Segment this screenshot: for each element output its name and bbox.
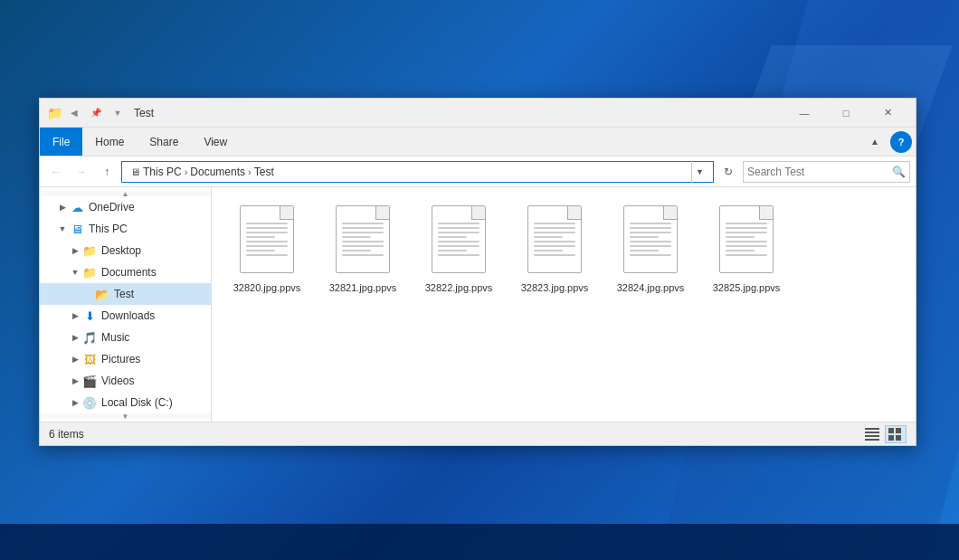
file-item[interactable]: 32822.jpg.ppvs — [418, 202, 499, 298]
address-path[interactable]: 🖥 This PC › Documents › Test ▼ — [121, 161, 714, 183]
downloads-icon: ⬇ — [81, 308, 98, 324]
doc-line — [246, 227, 288, 229]
doc-line — [534, 245, 575, 247]
window-folder-icon: 📁 — [47, 106, 62, 120]
doc-line — [534, 227, 575, 229]
sidebar-item-music[interactable]: ▶ 🎵 Music — [40, 327, 211, 348]
help-button[interactable]: ? — [890, 131, 912, 153]
file-item[interactable]: 32825.jpg.ppvs — [706, 202, 787, 298]
expand-arrow-documents: ▼ — [69, 268, 81, 277]
doc-line — [246, 250, 275, 252]
desktop-icon: 📁 — [81, 242, 98, 259]
doc-line — [534, 232, 575, 233]
ribbon-tab-share[interactable]: Share — [137, 128, 191, 156]
disk-icon: 💿 — [81, 394, 98, 411]
details-view-button[interactable] — [861, 425, 883, 443]
file-item[interactable]: 32824.jpg.ppvs — [610, 202, 691, 298]
doc-line — [438, 227, 480, 229]
doc-lines — [534, 223, 575, 256]
svg-rect-6 — [888, 435, 894, 441]
doc-line — [438, 223, 480, 224]
doc-lines — [246, 223, 288, 256]
sidebar-item-desktop[interactable]: ▶ 📁 Desktop — [40, 240, 211, 261]
file-item[interactable]: 32823.jpg.ppvs — [514, 202, 595, 298]
up-button[interactable]: ↑ — [96, 161, 118, 183]
ribbon-tab-view[interactable]: View — [191, 128, 240, 156]
main-area: ▲ ▶ ☁ OneDrive ▼ 🖥 This PC ▶ 📁 Desktop — [40, 187, 916, 422]
sidebar-label-videos: Videos — [101, 375, 134, 387]
sidebar-item-local-disk[interactable]: ▶ 💿 Local Disk (C:) — [40, 392, 211, 413]
sidebar-label-test: Test — [114, 288, 134, 300]
doc-line — [246, 232, 288, 233]
close-button[interactable]: ✕ — [867, 99, 908, 128]
path-pc-icon: 🖥 — [130, 166, 140, 177]
file-icon-container — [427, 205, 490, 278]
doc-line — [630, 227, 671, 229]
documents-icon: 📁 — [81, 264, 98, 280]
doc-lines — [438, 223, 480, 256]
path-test: Test — [254, 166, 274, 178]
file-area: 32820.jpg.ppvs 32821.jpg.ppvs 32822.jpg.… — [212, 187, 916, 422]
document-icon — [527, 205, 582, 273]
quick-access-down[interactable]: ▼ — [109, 104, 127, 122]
sidebar-item-pictures[interactable]: ▶ 🖼 Pictures — [40, 348, 211, 370]
file-item[interactable]: 32820.jpg.ppvs — [226, 202, 308, 298]
large-icons-view-button[interactable] — [885, 425, 907, 443]
search-icon[interactable]: 🔍 — [892, 166, 906, 178]
doc-line — [342, 223, 384, 224]
sidebar-label-music: Music — [101, 331, 129, 344]
sidebar-item-this-pc[interactable]: ▼ 🖥 This PC — [40, 218, 211, 240]
svg-rect-5 — [896, 428, 901, 433]
quick-access-back[interactable]: ◀ — [65, 104, 83, 122]
file-name: 32823.jpg.ppvs — [521, 281, 589, 294]
document-icon — [623, 205, 678, 273]
sidebar-label-thispc: This PC — [89, 223, 128, 235]
doc-line — [438, 250, 467, 252]
path-dropdown-icon[interactable]: ▼ — [691, 161, 707, 183]
svg-rect-4 — [888, 428, 894, 433]
search-box[interactable]: 🔍 — [743, 161, 910, 183]
sidebar-item-downloads[interactable]: ▶ ⬇ Downloads — [40, 305, 211, 327]
expand-arrow-disk: ▶ — [69, 398, 81, 407]
document-icon — [336, 205, 390, 273]
doc-line — [534, 241, 575, 242]
title-bar: 📁 ◀ 📌 ▼ Test — □ ✕ — [40, 99, 916, 128]
refresh-button[interactable]: ↻ — [717, 161, 739, 183]
file-name: 32824.jpg.ppvs — [617, 281, 685, 294]
forward-button[interactable]: → — [71, 161, 92, 183]
ribbon-expand-icon[interactable]: ▲ — [863, 137, 887, 147]
doc-line — [630, 245, 671, 247]
minimize-button[interactable]: — — [783, 99, 825, 128]
doc-line — [726, 250, 755, 252]
ribbon-tab-file[interactable]: File — [40, 128, 82, 156]
file-icon-container — [235, 205, 299, 278]
sidebar: ▲ ▶ ☁ OneDrive ▼ 🖥 This PC ▶ 📁 Desktop — [40, 187, 212, 422]
expand-arrow-videos: ▶ — [69, 376, 81, 385]
doc-line — [246, 223, 288, 224]
scroll-down[interactable]: ▼ — [40, 413, 211, 419]
sidebar-item-test[interactable]: 📂 Test — [40, 283, 211, 305]
file-item[interactable]: 32821.jpg.ppvs — [322, 202, 404, 298]
search-input[interactable] — [747, 166, 892, 178]
back-button[interactable]: ← — [45, 161, 67, 183]
expand-arrow-onedrive: ▶ — [56, 203, 69, 212]
sidebar-item-documents[interactable]: ▼ 📁 Documents — [40, 261, 211, 283]
sidebar-label-desktop: Desktop — [101, 244, 141, 257]
doc-line — [246, 241, 288, 242]
maximize-button[interactable]: □ — [825, 99, 867, 128]
quick-access-pin[interactable]: 📌 — [87, 104, 105, 122]
title-buttons: — □ ✕ — [783, 99, 908, 128]
doc-line — [534, 250, 563, 252]
ribbon-tab-home[interactable]: Home — [82, 128, 137, 156]
file-icon-container — [619, 205, 682, 278]
svg-rect-0 — [865, 428, 879, 430]
svg-rect-1 — [865, 432, 879, 433]
doc-lines — [342, 223, 384, 256]
doc-lines — [726, 223, 767, 256]
file-name: 32825.jpg.ppvs — [713, 281, 781, 294]
sidebar-item-onedrive[interactable]: ▶ ☁ OneDrive — [40, 196, 211, 218]
file-icon-container — [523, 205, 586, 278]
sidebar-item-videos[interactable]: ▶ 🎬 Videos — [40, 370, 211, 392]
details-view-icon — [865, 428, 879, 441]
doc-line — [438, 236, 467, 238]
